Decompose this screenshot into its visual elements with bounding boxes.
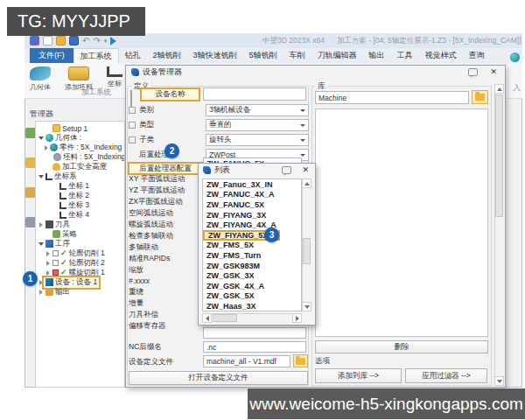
play-icon[interactable]	[110, 37, 116, 46]
add-to-library-button[interactable]: 添加到库 -->	[315, 368, 402, 383]
edge-tool-icon[interactable]	[510, 52, 520, 62]
callout-step-2: 2	[164, 144, 179, 158]
tree-expander-icon[interactable]	[45, 251, 51, 256]
ribbon-tab[interactable]: 刀轨编辑器	[312, 48, 363, 63]
list-item[interactable]: ZW_GSK983M	[203, 261, 301, 271]
def-file-browse-button[interactable]	[293, 354, 308, 368]
list-item[interactable]: ZW_Fanuc_3X_IN	[203, 179, 301, 190]
tree-row[interactable]: 坯料 : 5X_Indexing_坯料	[36, 152, 124, 162]
ribbon-tab[interactable]: 视觉样式	[419, 48, 463, 63]
ribbon-tab[interactable]: 加工系统	[74, 48, 119, 63]
tree-row[interactable]: 轮廓切削 2	[36, 258, 124, 268]
tree-row[interactable]: 坐标 3	[36, 200, 124, 210]
ribbon-tab[interactable]: 工具	[391, 48, 419, 63]
tree-row[interactable]: 策略	[36, 229, 124, 239]
tree-row[interactable]: Setup 1	[36, 123, 124, 133]
scrollbar-thumb[interactable]	[495, 94, 503, 217]
help-bubble-icon[interactable]	[468, 68, 478, 76]
list-item[interactable]: ZW_FIYANG_4X_A	[203, 220, 301, 230]
param-label: 增量	[129, 298, 207, 310]
tree-expander-icon[interactable]	[38, 136, 44, 140]
tree-row[interactable]: 刀具	[36, 220, 124, 229]
scrollbar-thumb[interactable]	[213, 314, 237, 322]
tree-expander-icon[interactable]	[38, 280, 44, 285]
nc-suffix-input[interactable]: .nc	[203, 341, 306, 353]
tree-checkbox[interactable]	[52, 250, 59, 256]
list-item[interactable]: ZW_FIYANG_3X	[203, 210, 301, 220]
postprocessor-config-button[interactable]: 后置处理器配置	[128, 162, 203, 175]
scroll-up-icon[interactable]	[302, 178, 312, 188]
row-checkbox[interactable]	[129, 107, 136, 114]
customize-toolbar-icon[interactable]: ▾	[104, 36, 108, 46]
undo-icon[interactable]: ↶	[82, 36, 89, 46]
offset-register-input[interactable]	[203, 327, 306, 339]
list-item[interactable]: ZW_FMS_Turn	[203, 250, 301, 261]
tree-node-icon	[46, 173, 52, 180]
tree-row[interactable]: 坐标 2	[36, 191, 124, 200]
tree-expander-icon[interactable]	[38, 290, 44, 295]
tree-row[interactable]: 几何体 :	[36, 133, 124, 143]
list-item[interactable]: ZW_FANUC_5X	[203, 200, 301, 210]
tree-row[interactable]: 加工安全高度	[36, 162, 124, 172]
tree-row[interactable]: 输出	[36, 287, 124, 297]
tree-expander-icon[interactable]	[45, 270, 51, 276]
tree-row[interactable]: 工序	[36, 239, 124, 248]
list-item[interactable]: ZW_GSK_4X_A	[203, 281, 301, 291]
ribbon-tab[interactable]: 车削	[284, 48, 312, 63]
tree-expander-icon[interactable]	[45, 261, 51, 266]
ribbon-tab[interactable]: 2轴铣削	[147, 48, 187, 63]
tree-row[interactable]: 轮廓切削 1	[36, 248, 124, 258]
ribbon-tab[interactable]: 钻孔	[119, 48, 147, 63]
redo-icon[interactable]: ↷	[93, 36, 100, 46]
tree-checkbox[interactable]	[52, 270, 59, 276]
tree-expander-icon[interactable]	[38, 222, 44, 228]
new-file-icon[interactable]	[43, 36, 52, 46]
help-bubble-icon[interactable]	[282, 166, 291, 174]
open-def-file-button[interactable]: 打开设备定义文件	[129, 371, 308, 385]
def-file-input[interactable]: machine_all - V1.mdf	[203, 355, 290, 368]
scroll-left-icon[interactable]	[202, 313, 212, 323]
dialog-titlebar[interactable]: 设备管理器 ✕	[125, 65, 506, 80]
row-checkbox[interactable]	[129, 122, 136, 129]
close-icon[interactable]: ✕	[490, 68, 497, 76]
list-item[interactable]: ZW_GSK_3X	[203, 270, 301, 281]
tree-row[interactable]: 坐标 1	[36, 181, 124, 191]
ribbon-tab[interactable]: 查询	[463, 48, 491, 63]
tree-row[interactable]: 坐标系	[36, 172, 124, 181]
row-checkbox[interactable]	[129, 136, 136, 144]
list-item[interactable]: ZW_GSK_5X	[203, 291, 301, 302]
device-name-button[interactable]: 设备名称	[140, 88, 200, 102]
list-item[interactable]: ZW_Haas_3X	[203, 301, 301, 312]
tree-row[interactable]: 坐标 4	[36, 210, 124, 220]
save-icon[interactable]	[69, 36, 79, 46]
open-folder-icon[interactable]	[56, 36, 66, 46]
ribbon-tab[interactable]: 3轴快速铣削	[187, 48, 243, 63]
delete-button[interactable]: 删除	[315, 340, 488, 354]
tree-row[interactable]: 螺旋切削 1	[36, 268, 124, 277]
scroll-down-icon[interactable]	[494, 376, 504, 386]
library-list[interactable]	[315, 108, 488, 337]
device-name-input[interactable]	[203, 88, 306, 101]
ribbon-tab[interactable]: 5轴铣削	[243, 48, 284, 63]
tree-expander-icon[interactable]	[38, 242, 44, 246]
scroll-down-icon[interactable]	[302, 302, 312, 312]
list-item[interactable]: ZW_FMS_5X	[203, 241, 301, 251]
close-icon[interactable]: ✕	[302, 166, 309, 174]
apply-filter-button[interactable]: 应用过滤器 -->	[405, 368, 487, 383]
library-path-input[interactable]: Machine	[315, 91, 469, 104]
tree-expander-icon[interactable]	[38, 175, 44, 178]
tree-row[interactable]: 设备 : 设备 1	[36, 277, 124, 287]
row-dropdown[interactable]: 旋转头	[206, 134, 309, 146]
row-dropdown[interactable]: 3轴机械设备	[206, 104, 309, 116]
tree-row[interactable]: 零件 : 5X_Indexing (1)	[36, 143, 124, 152]
scroll-right-icon[interactable]	[292, 313, 302, 323]
ribbon-tab[interactable]: 输出	[363, 48, 391, 63]
scroll-up-icon[interactable]	[494, 84, 504, 94]
tree-checkbox[interactable]	[52, 260, 59, 266]
library-browse-button[interactable]	[472, 90, 488, 104]
scrollbar-thumb[interactable]	[303, 238, 311, 264]
list-item[interactable]: ZW_FANUC_4X_A	[203, 190, 301, 200]
file-menu-button[interactable]: 文件(F)	[30, 48, 74, 63]
row-dropdown[interactable]: 垂直的	[206, 119, 309, 131]
popup-titlebar[interactable]: 列表 ✕	[198, 164, 314, 177]
